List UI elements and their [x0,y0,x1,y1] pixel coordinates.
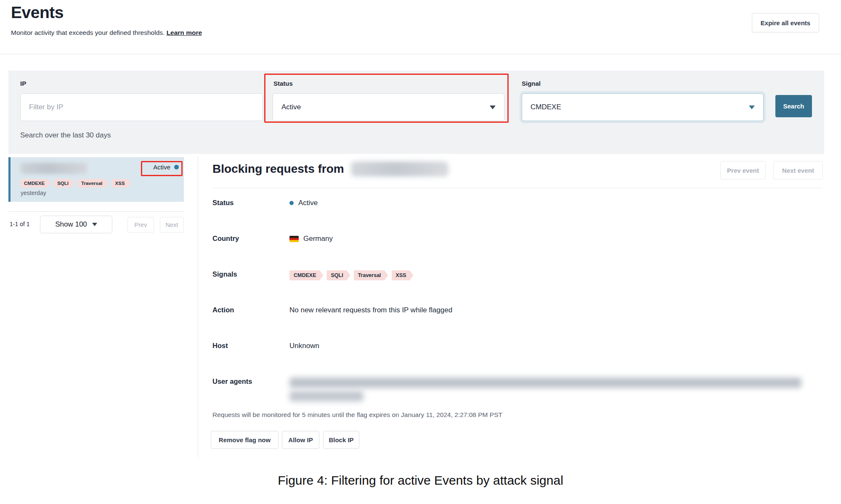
event-status-badge: Active [153,164,179,171]
status-filter-label: Status [273,80,293,87]
signals-label: Signals [212,270,289,280]
subtitle-text: Monitor activity that exceeds your defin… [11,29,164,36]
remove-flag-button[interactable]: Remove flag now [211,431,279,449]
detail-row-status: Status Active [212,199,823,207]
signal-tag: Traversal [78,179,109,187]
event-list-item[interactable]: Active CMDEXE SQLI Traversal XSS yesterd… [8,157,184,202]
show-per-page-select[interactable]: Show 100 [40,216,112,233]
page-title: Events [11,3,64,22]
block-ip-button[interactable]: Block IP [323,431,359,449]
status-label: Status [212,199,289,207]
detail-row-host: Host Unknown [212,342,823,350]
active-status-dot-icon [289,201,294,205]
list-divider [8,211,184,212]
events-page: Events Monitor activity that exceeds you… [0,0,841,504]
ip-filter-input[interactable] [20,93,263,121]
redacted-user-agents-blob [289,377,801,401]
chevron-down-icon [490,106,496,109]
signal-tag: XSS [392,270,414,280]
signal-filter-value: CMDEXE [531,103,561,111]
chevron-down-icon [749,106,755,109]
event-signal-tags: CMDEXE SQLI Traversal XSS [21,179,131,187]
action-value: No new relevant requests from this IP wh… [289,306,452,314]
signal-tag: XSS [112,179,131,187]
event-status-text: Active [153,164,170,171]
status-value: Active [298,199,318,207]
panel-divider [198,157,198,457]
allow-ip-button[interactable]: Allow IP [282,431,319,449]
filter-bar: IP Status Active Signal CMDEXE Search Se… [8,71,824,154]
expire-all-events-button[interactable]: Expire all events [752,13,819,32]
status-filter-select[interactable]: Active [273,93,504,121]
page-subtitle: Monitor activity that exceeds your defin… [11,29,202,37]
detail-row-action: Action No new relevant requests from thi… [212,306,823,314]
host-label: Host [212,342,289,350]
show-per-page-value: Show 100 [55,220,87,229]
next-event-button[interactable]: Next event [773,161,823,179]
prev-page-button[interactable]: Prev [127,217,154,233]
prev-event-button[interactable]: Prev event [720,161,766,179]
figure-caption: Figure 4: Filtering for active Events by… [0,473,841,488]
header-divider [0,54,841,54]
status-filter-value: Active [281,103,301,111]
host-value: Unknown [289,342,319,350]
signal-filter-label: Signal [522,80,541,87]
detail-signal-tags: CMDEXE SQLI Traversal XSS [289,270,414,280]
redacted-ip-blob [351,161,448,177]
detail-row-country: Country Germany [212,235,823,243]
detail-heading: Blocking requests from [212,161,448,177]
signal-filter-select[interactable]: CMDEXE [522,93,764,121]
search-button[interactable]: Search [775,95,812,117]
country-value: Germany [303,235,333,243]
signal-tag: SQLI [326,270,350,280]
learn-more-link[interactable]: Learn more [167,29,202,36]
event-timestamp: yesterday [21,190,46,196]
redacted-ip-blob [21,163,87,174]
active-status-dot-icon [174,165,179,169]
detail-heading-text: Blocking requests from [212,162,344,176]
action-label: Action [212,306,289,314]
ip-filter-label: IP [20,80,26,87]
chevron-down-icon [92,223,97,226]
signal-tag: CMDEXE [21,179,51,187]
pagination-range: 1-1 of 1 [10,221,29,227]
user-agents-label: User agents [212,377,289,385]
detail-divider [212,188,823,188]
signal-tag: SQLI [54,179,75,187]
germany-flag-icon [289,236,299,242]
next-page-button[interactable]: Next [160,217,184,233]
search-range-hint: Search over the last 30 days [20,131,111,140]
detail-row-signals: Signals CMDEXE SQLI Traversal XSS [212,270,823,280]
signal-tag: Traversal [354,270,388,280]
flag-expiry-note: Requests will be monitored for 5 minutes… [212,411,502,419]
signal-tag: CMDEXE [289,270,323,280]
country-label: Country [212,235,289,243]
